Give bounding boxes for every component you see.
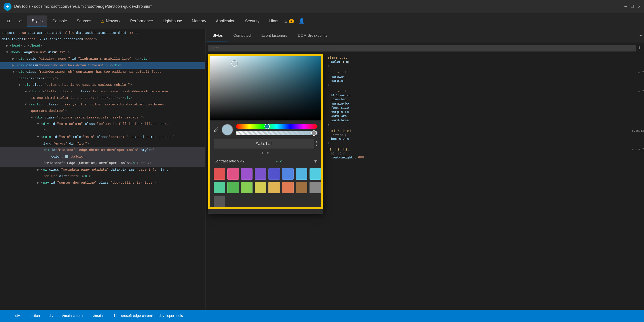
close-button[interactable]: ✕ xyxy=(638,4,640,9)
status-section[interactable]: section xyxy=(29,314,40,318)
filter-input[interactable] xyxy=(208,45,636,52)
tab-lighthouse[interactable]: Lighthouse xyxy=(158,16,186,27)
dom-line[interactable]: ▼ <div class="columns is-gapless-mobile … xyxy=(0,114,205,121)
tab-dom-breakpoints[interactable]: DOM Breakpoints xyxy=(292,30,333,42)
tab-hints[interactable]: Hints xyxy=(265,16,282,27)
hue-slider[interactable] xyxy=(236,124,318,128)
color-swatch[interactable] xyxy=(296,168,307,180)
device-toolbar-icon[interactable]: ▭ xyxy=(15,16,26,27)
panel-tabs-more[interactable]: » xyxy=(639,33,642,38)
tab-elements-label: Styles xyxy=(32,18,43,23)
dom-line[interactable]: ▶ <head> … </head> xyxy=(0,43,205,49)
status-main-column[interactable]: #main-column xyxy=(62,314,84,318)
color-swatch[interactable] xyxy=(310,168,321,180)
hex-down-icon[interactable]: ▼ xyxy=(316,144,318,148)
tab-network[interactable]: ⚠ Network xyxy=(96,16,125,27)
dom-line[interactable]: ▶ <ul class="metadata page-metadata" dat… xyxy=(0,167,205,173)
color-swatch[interactable] xyxy=(268,168,280,180)
hue-slider-thumb xyxy=(264,124,270,129)
hex-stepper[interactable]: ▲ ▼ xyxy=(316,140,318,148)
tab-styles[interactable]: Styles xyxy=(207,30,228,42)
tab-sources[interactable]: Sources xyxy=(72,16,96,27)
css-prop-margin1: margin- xyxy=(328,75,644,79)
status-ellipsis[interactable]: ... xyxy=(4,314,6,318)
tab-performance-label: Performance xyxy=(130,19,153,24)
dom-line-h1[interactable]: <h1 id="microsoft-edge-chromium-develope… xyxy=(0,147,205,154)
color-swatch[interactable] xyxy=(214,182,225,194)
tab-console[interactable]: Console xyxy=(48,16,71,27)
dom-line[interactable]: ▶ <div id="left-container" class="left-c… xyxy=(0,88,205,95)
color-swatch[interactable] xyxy=(241,182,252,194)
dom-line[interactable]: ▶ <nav id="center-doc-outline" class="do… xyxy=(0,180,205,186)
color-swatch[interactable] xyxy=(227,182,239,194)
dom-line[interactable]: ▼ <div id="main-column" class="column is… xyxy=(0,121,205,128)
dom-line-h1-end: ">Microsoft Edge (Chromium) Developer To… xyxy=(0,160,205,167)
minimize-button[interactable]: — xyxy=(624,4,627,9)
devtools-tab-bar: ⊡ ▭ Styles Console Sources ⚠ Network Per… xyxy=(0,13,644,29)
color-picker-selector[interactable] xyxy=(231,60,238,67)
more-tabs-icon[interactable]: ⋮ xyxy=(636,18,641,24)
dom-line-color: color: #a3c1cf; xyxy=(0,154,205,160)
color-swatch[interactable] xyxy=(241,168,252,180)
alert-badge[interactable]: ⚠ 4 xyxy=(284,16,295,27)
color-swatch[interactable] xyxy=(227,168,239,180)
tab-security[interactable]: Security xyxy=(240,16,264,27)
alpha-slider-thumb xyxy=(311,130,316,136)
tab-performance[interactable]: Performance xyxy=(126,16,157,27)
color-swatch[interactable] xyxy=(214,168,225,180)
dom-line[interactable]: ▼ <div class="mainContainer uhf-containe… xyxy=(0,69,205,75)
tab-event-listeners[interactable]: Event Listeners xyxy=(256,30,292,42)
network-warn-icon: ⚠ xyxy=(101,19,104,24)
tab-security-label: Security xyxy=(245,19,259,24)
contrast-ratio-row[interactable]: Contrast ratio 9.49 ✓✓ ▼ xyxy=(214,158,318,165)
tab-memory[interactable]: Memory xyxy=(187,16,210,27)
hex-input[interactable] xyxy=(214,138,314,148)
eyedropper-icon[interactable]: 🖊 xyxy=(214,127,219,133)
dom-line: "> xyxy=(0,128,205,134)
tab-computed-label: Computed xyxy=(233,33,250,38)
dom-tree[interactable]: support= true data-authenticated= false … xyxy=(0,29,205,310)
dom-line-highlighted[interactable]: ▶ <div class="header-holder has-default-… xyxy=(0,62,205,69)
window-controls: — □ ✕ xyxy=(624,4,640,9)
tab-console-label: Console xyxy=(52,19,67,24)
color-swatch[interactable] xyxy=(214,196,225,207)
color-swatch[interactable] xyxy=(255,182,266,194)
dom-line: "en-us" dir="ltr">…</ul> xyxy=(0,173,205,180)
status-h1[interactable]: h1#microsoft-edge-chromium-developer-too… xyxy=(112,314,183,318)
dom-panel: support= true data-authenticated= false … xyxy=(0,29,206,310)
user-icon[interactable]: 👤 xyxy=(296,16,307,27)
tab-application-label: Application xyxy=(216,19,235,24)
color-swatch[interactable] xyxy=(282,182,294,194)
alpha-slider[interactable] xyxy=(236,131,318,135)
filter-bar: + xyxy=(206,42,644,54)
tab-elements[interactable]: Styles xyxy=(28,16,47,27)
dom-line: data-target="docs" x-ms-format-detection… xyxy=(0,36,205,43)
dom-line: quarters-desktop"> xyxy=(0,108,205,114)
color-swatch[interactable] xyxy=(310,182,321,194)
color-swatch[interactable] xyxy=(255,168,266,180)
inspect-icon[interactable]: ⊡ xyxy=(3,16,14,27)
color-picker-gradient[interactable] xyxy=(208,54,323,120)
status-main[interactable]: #main xyxy=(93,314,103,318)
alert-icon: ⚠ xyxy=(284,18,288,24)
color-swatches xyxy=(214,168,318,207)
color-swatch[interactable] xyxy=(296,182,307,194)
add-style-rule-icon[interactable]: + xyxy=(638,45,641,52)
maximize-button[interactable]: □ xyxy=(631,4,634,9)
tab-application[interactable]: Application xyxy=(212,16,240,27)
tab-computed[interactable]: Computed xyxy=(228,30,256,42)
hex-up-icon[interactable]: ▲ xyxy=(316,140,318,144)
status-div-2[interactable]: div xyxy=(49,314,53,318)
contrast-expand-icon[interactable]: ▼ xyxy=(314,159,318,164)
color-swatch[interactable] xyxy=(268,182,280,194)
css-rule-selector: element.st xyxy=(328,56,644,60)
dom-line[interactable]: ▼ <main id="main" role="main" class="con… xyxy=(0,134,205,140)
color-swatch[interactable] xyxy=(282,168,294,180)
dom-line[interactable]: ▶ <div style="display: none;" id="lightn… xyxy=(0,56,205,62)
dom-line[interactable]: ▼ <body lang="en-us" dir="ltr" > xyxy=(0,49,205,56)
dom-line[interactable]: ▼ <div class="columns has-large-gaps is-… xyxy=(0,82,205,88)
dom-line[interactable]: ▼ <section class="primary-holder column … xyxy=(0,102,205,108)
status-div-1[interactable]: div xyxy=(15,314,20,318)
dom-line: lang="en-us" dir="ltr"> xyxy=(0,140,205,147)
contrast-check-icon: ✓✓ xyxy=(276,159,282,164)
